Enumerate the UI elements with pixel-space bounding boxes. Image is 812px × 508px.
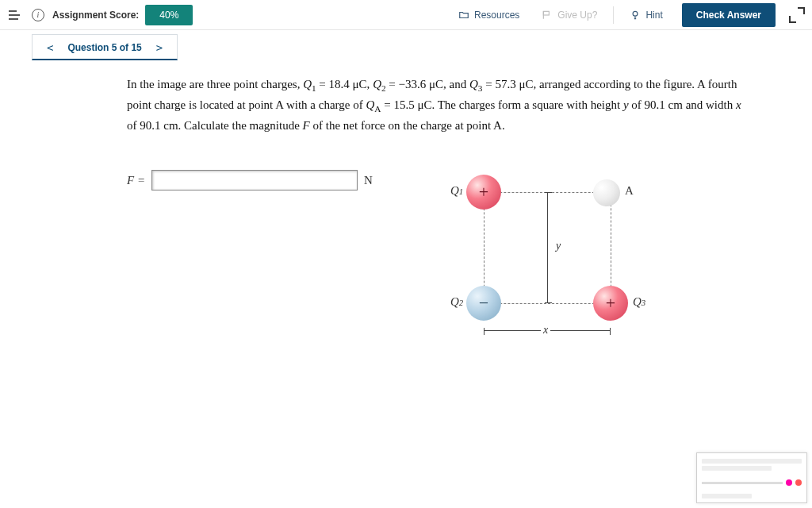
question-nav: < Question 5 of 15 > [0, 30, 812, 64]
charge-q1: + [466, 175, 501, 210]
hint-label: Hint [645, 10, 662, 21]
dim-y-label: y [553, 240, 563, 252]
charge-a [593, 179, 620, 206]
problem-text: In the image are three point charges, Q1… [127, 75, 745, 135]
svg-rect-0 [544, 11, 550, 15]
dim-y-line [547, 192, 548, 303]
svg-point-1 [633, 11, 638, 16]
label-q3: Q3 [633, 295, 645, 309]
question-label: Question 5 of 15 [67, 42, 141, 53]
folder-icon [458, 10, 469, 21]
flag-icon [542, 10, 553, 21]
score-label: Assignment Score: [52, 10, 139, 21]
bulb-icon [630, 10, 641, 21]
hint-button[interactable]: Hint [620, 5, 672, 25]
top-bar: i Assignment Score: 40% Resources Give U… [0, 0, 812, 30]
fullscreen-icon[interactable] [788, 6, 806, 24]
answer-prefix: F = [127, 174, 145, 187]
resources-label: Resources [474, 10, 519, 21]
menu-icon[interactable] [6, 6, 24, 24]
prev-question[interactable]: < [44, 41, 56, 54]
charge-q3: + [593, 286, 628, 321]
figure: y x + Q1 A − Q2 + Q3 [452, 175, 706, 365]
dim-x-label: x [541, 324, 550, 337]
label-q1: Q1 [450, 184, 463, 198]
score-badge: 40% [145, 5, 193, 25]
label-q2: Q2 [450, 295, 463, 309]
force-input[interactable] [151, 170, 358, 190]
resources-button[interactable]: Resources [449, 5, 529, 25]
next-question[interactable]: > [153, 41, 166, 54]
dash-bottom [484, 303, 611, 304]
question-tab: < Question 5 of 15 > [32, 34, 178, 60]
thumbnail-preview[interactable] [696, 452, 807, 503]
info-icon[interactable]: i [32, 9, 44, 21]
charge-q2: − [466, 286, 501, 321]
label-a: A [625, 184, 634, 198]
giveup-label: Give Up? [557, 10, 597, 21]
answer-unit: N [364, 174, 373, 187]
check-answer-button[interactable]: Check Answer [682, 3, 776, 27]
giveup-button: Give Up? [532, 5, 607, 25]
divider [613, 6, 614, 24]
